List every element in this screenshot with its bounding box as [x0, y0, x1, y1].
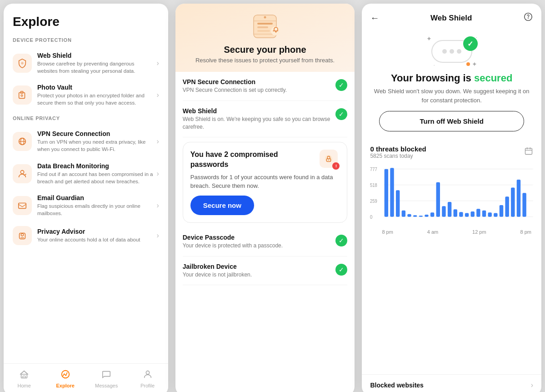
privacy-advisor-icon: [17, 231, 27, 241]
data-breach-arrow: ›: [156, 170, 159, 178]
blocked-websites-item[interactable]: Blocked websites ›: [362, 374, 541, 392]
secure-now-button[interactable]: Secure now: [190, 196, 254, 215]
svg-point-24: [275, 31, 277, 33]
privacy-advisor-arrow: ›: [156, 231, 159, 240]
blocked-websites-arrow: ›: [531, 381, 533, 389]
photo-vault-icon: [17, 90, 27, 100]
photo-vault-name: Photo Vault: [37, 84, 154, 91]
nav-explore[interactable]: Explore: [45, 367, 85, 390]
svg-text:0: 0: [370, 215, 373, 220]
svg-text:259: 259: [370, 199, 377, 204]
threats-section: 0 threats blocked 5825 scans today 777 5…: [362, 139, 541, 371]
nav-profile[interactable]: Profile: [127, 367, 168, 390]
blocked-websites-title: Blocked websites: [370, 382, 424, 389]
web-shield-status-item: Web Shield Web Shield is on. We're keepi…: [183, 101, 348, 138]
email-guardian-desc: Flag suspicious emails directly in your …: [37, 202, 154, 217]
photo-vault-desc: Protect your photos in an encrypted fold…: [37, 92, 154, 106]
x-label-8pm2: 8 pm: [520, 229, 531, 235]
svg-rect-55: [465, 213, 469, 217]
sparkle-tl-icon: ✦: [426, 35, 432, 42]
compromised-card: You have 2 compromised passwords !: [183, 142, 348, 222]
data-breach-name: Data Breach Monitoring: [37, 162, 154, 170]
x-label-4am: 4 am: [427, 229, 438, 235]
chart-x-labels: 8 pm 4 am 12 pm 8 pm: [370, 229, 533, 235]
explore-icon: [60, 369, 70, 382]
passcode-status-item: Device Passcode Your device is protected…: [183, 227, 348, 256]
svg-rect-29: [525, 148, 532, 154]
secure-phone-screen: Secure your phone Resolve these issues t…: [175, 4, 355, 392]
data-breach-icon-wrap: [13, 164, 32, 183]
nav-explore-label: Explore: [56, 383, 74, 388]
web-shield-check-icon: ✓: [335, 108, 347, 120]
photo-vault-item[interactable]: Photo Vault Protect your photos in an en…: [13, 79, 159, 111]
email-guardian-icon-wrap: [13, 196, 32, 215]
dot1: [442, 49, 447, 54]
dot2: [450, 49, 454, 54]
nav-messages[interactable]: Messages: [86, 367, 127, 390]
compromised-desc: Passwords for 1 of your accounts were fo…: [190, 173, 340, 190]
data-breach-icon: [17, 169, 27, 179]
back-button[interactable]: ←: [370, 13, 379, 23]
svg-point-9: [21, 233, 24, 236]
svg-rect-63: [511, 188, 515, 217]
svg-text:518: 518: [370, 183, 377, 188]
secured-subtitle: Web Shield won't slow you down. We sugge…: [371, 87, 532, 105]
shield-check-icon: ✓: [463, 36, 478, 51]
svg-rect-56: [471, 211, 475, 217]
x-label-12pm: 12 pm: [472, 229, 486, 235]
warning-badge: !: [332, 162, 340, 170]
photo-vault-arrow: ›: [156, 91, 159, 99]
web-shield-detail-screen: ← Web Shield ✦ · · ✦ ✓: [362, 4, 541, 392]
vpn-status-title: VPN Secure Connection: [183, 78, 331, 85]
calendar-icon[interactable]: [524, 146, 533, 158]
privacy-advisor-item[interactable]: Privacy Advisor Your online accounts hol…: [13, 221, 159, 250]
svg-rect-61: [500, 205, 503, 217]
jailbroken-check-icon: ✓: [335, 264, 347, 276]
online-privacy-label: ONLINE PRIVACY: [13, 116, 159, 121]
svg-rect-60: [494, 213, 498, 217]
vpn-desc: Turn on VPN when you need extra privacy,…: [37, 138, 154, 153]
jailbroken-title: Jailbroken Device: [183, 263, 331, 270]
compromised-icon-wrap: !: [320, 150, 340, 170]
vpn-arrow: ›: [156, 137, 159, 146]
vpn-status-item: VPN Secure Connection VPN Secure Connect…: [183, 72, 348, 101]
dot3: [457, 49, 461, 54]
email-guardian-item[interactable]: Email Guardian Flag suspicious emails di…: [13, 190, 159, 221]
explore-title: Explore: [13, 15, 159, 29]
nav-profile-label: Profile: [140, 383, 155, 388]
svg-rect-51: [442, 206, 446, 216]
lock-warning-icon: [324, 154, 334, 164]
turn-off-button[interactable]: Turn off Web Shield: [379, 111, 524, 131]
privacy-advisor-desc: Your online accounts hold a lot of data …: [37, 236, 154, 243]
vpn-item[interactable]: VPN Secure Connection Turn on VPN when y…: [13, 126, 159, 157]
threats-chart: 777 518 259 0: [370, 164, 533, 236]
shield-illustration: ✦ · · ✦ ✓: [425, 33, 479, 70]
svg-text:777: 777: [370, 167, 377, 172]
svg-rect-42: [390, 168, 394, 216]
web-shield-desc: Browse carefree by preventing dangerous …: [37, 60, 154, 75]
web-shield-arrow: ›: [156, 59, 159, 67]
svg-rect-62: [505, 196, 509, 216]
hero-subtitle: Resolve these issues to protect yourself…: [185, 57, 346, 64]
svg-rect-19: [257, 23, 273, 25]
security-list: VPN Secure Connection VPN Secure Connect…: [175, 72, 355, 392]
web-shield-item[interactable]: Web Shield Browse carefree by preventing…: [13, 47, 159, 79]
nav-home[interactable]: Home: [4, 367, 45, 390]
x-label-8pm: 8 pm: [382, 229, 393, 235]
svg-rect-57: [477, 209, 480, 217]
passcode-check-icon: ✓: [335, 235, 347, 246]
web-shield-header-title: Web Shield: [430, 14, 472, 23]
svg-point-22: [264, 16, 266, 19]
bar-chart: 777 518 259 0: [370, 164, 533, 227]
device-protection-label: DEVICE PROTECTION: [13, 37, 159, 43]
svg-point-14: [61, 371, 69, 378]
secured-title: Your browsing is secured: [391, 72, 512, 84]
shield-oval: ✓: [431, 40, 472, 63]
sparkle-bl-icon: ·: [434, 63, 435, 68]
help-button[interactable]: [523, 12, 533, 24]
svg-rect-45: [408, 214, 411, 217]
svg-rect-49: [430, 212, 434, 216]
data-breach-item[interactable]: Data Breach Monitoring Find out if an ac…: [13, 158, 159, 190]
svg-rect-50: [436, 182, 440, 217]
svg-point-7: [20, 170, 24, 173]
